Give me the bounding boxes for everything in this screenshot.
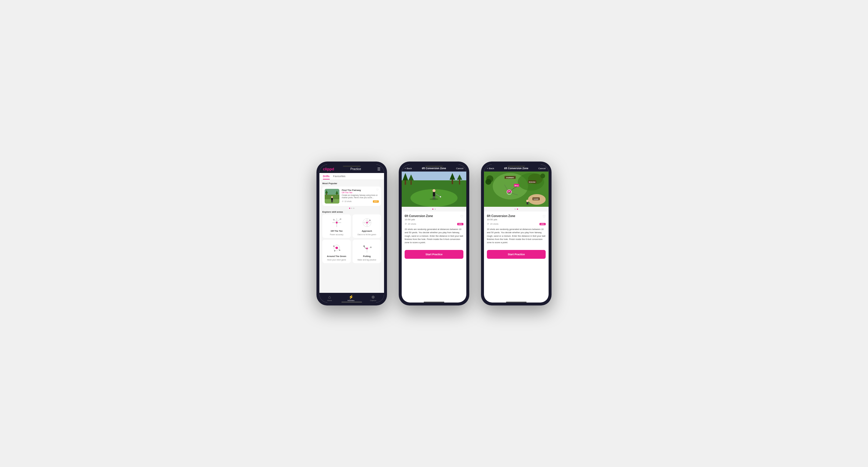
drill-info: Find The Fairway Off The Tee Create an i… <box>342 189 379 203</box>
most-popular-label: Most Popular <box>322 182 381 185</box>
carousel-dots <box>322 208 381 209</box>
p3-drill-title: 6ft Conversion Zone <box>487 214 516 218</box>
phone-1: clippd Practice ☰ Drills Favourites Most… <box>316 162 387 305</box>
p3-fav-icon[interactable]: ♡ <box>542 214 546 219</box>
skill-desc-atg: Hone your short game <box>327 259 346 261</box>
nav-capture[interactable]: ⊕ Capture <box>370 295 376 301</box>
phone-2: < Back 6ft Conversion Zone Cancel <box>399 162 469 305</box>
start-practice-button-2[interactable]: Start Practice <box>405 250 463 259</box>
dot-2[interactable] <box>351 208 352 209</box>
p2-shots: ⏱ 20 shots <box>405 223 416 225</box>
svg-point-32 <box>334 250 335 252</box>
menu-icon[interactable]: ☰ <box>377 167 380 171</box>
p2-description: 20 shots are randomly generated at dista… <box>405 228 463 244</box>
dot-3-2[interactable] <box>517 208 518 210</box>
phone1-content: Most Popular <box>319 180 384 293</box>
nav-home[interactable]: ⌂ Home <box>327 295 332 301</box>
favourite-icon[interactable]: ♡ <box>376 188 379 192</box>
phone1-header: clippd Practice ☰ <box>319 165 384 173</box>
phone3-header-title: 6ft Conversion Zone <box>504 167 528 170</box>
p3-drill-range: 10-50 yds <box>487 218 516 221</box>
carousel-dots-2 <box>402 207 466 211</box>
back-button[interactable]: < Back <box>405 167 412 170</box>
phone3-cancel-button[interactable]: Cancel <box>538 167 546 170</box>
p2-drill-range: 10-50 yds <box>405 218 433 221</box>
svg-text:Miss: Miss <box>515 185 519 187</box>
svg-rect-10 <box>332 200 333 202</box>
skill-card-putting[interactable]: Putting Make and lag practice <box>352 240 381 263</box>
svg-point-12 <box>336 222 338 224</box>
p3-shots: ⏱ 20 shots <box>487 223 498 225</box>
phone2-header-title: 6ft Conversion Zone <box>422 167 446 170</box>
p2-drill-title: 6ft Conversion Zone <box>405 214 433 218</box>
svg-point-7 <box>331 196 333 198</box>
skill-desc-ott: Power accuracy <box>330 234 343 236</box>
phone2-header: < Back 6ft Conversion Zone Cancel <box>402 165 466 171</box>
nav-capture-label: Capture <box>370 300 376 301</box>
p2-drill-meta: ⏱ 20 shots ARG <box>405 223 463 225</box>
svg-rect-8 <box>331 198 333 200</box>
svg-point-54 <box>430 198 438 200</box>
svg-rect-74 <box>527 202 528 204</box>
bottom-nav: ⌂ Home ⚡ Activities ⊕ Capture <box>319 293 384 302</box>
svg-point-48 <box>433 189 435 192</box>
off-the-tee-icon <box>330 217 344 229</box>
p2-info-section: 6ft Conversion Zone 10-50 yds ♡ ⏱ 20 sho… <box>402 211 466 247</box>
svg-point-61 <box>486 179 491 185</box>
dot-1[interactable] <box>349 208 350 209</box>
map-image: FAIRWAY ROUGH SAND Hit Miss <box>484 171 549 207</box>
skill-card-around-green[interactable]: Around The Green Hone your short game <box>322 240 351 263</box>
clock-icon-2: ⏱ <box>405 223 407 225</box>
clock-icon: ⏱ <box>342 200 344 202</box>
header-title: Practice <box>350 167 361 171</box>
tab-favourites[interactable]: Favourites <box>333 175 346 179</box>
svg-rect-49 <box>433 192 435 196</box>
p2-fav-icon[interactable]: ♡ <box>460 214 463 219</box>
explore-label: Explore skill areas <box>322 210 381 213</box>
drill-meta: ⏱ 10 shots OTT <box>342 200 379 203</box>
svg-point-53 <box>440 196 441 197</box>
drill-shots: ⏱ 10 shots <box>342 200 352 202</box>
tab-drills[interactable]: Drills <box>323 175 330 179</box>
badge-ott: OTT <box>373 200 379 203</box>
app-logo: clippd <box>323 167 334 171</box>
skill-desc-approach: Dial-in to hit the green <box>358 234 376 236</box>
nav-activities-label: Activities <box>347 300 354 301</box>
nav-activities[interactable]: ⚡ Activities <box>347 295 354 301</box>
dot-2-2[interactable] <box>435 208 436 210</box>
p3-description: 20 shots are randomly generated at dista… <box>487 228 546 244</box>
nav-home-label: Home <box>327 300 332 301</box>
skill-desc-putting: Make and lag practice <box>358 259 376 261</box>
tab-bar: Drills Favourites <box>319 173 384 180</box>
p3-drill-meta: ⏱ 20 shots ARG <box>487 223 546 225</box>
skill-grid: Off The Tee Power accuracy <box>322 214 381 263</box>
around-green-icon <box>330 242 344 254</box>
activities-icon: ⚡ <box>348 295 353 299</box>
carousel-dots-3 <box>484 207 549 211</box>
drill-thumbnail <box>325 189 339 204</box>
drill-image <box>402 171 466 207</box>
phone-3: < Back 6ft Conversion Zone Cancel <box>481 162 552 305</box>
drill-description: Create an imaginary fairway using trees … <box>342 194 379 199</box>
dot-3-1[interactable] <box>515 208 516 210</box>
cancel-button[interactable]: Cancel <box>456 167 463 170</box>
dot-3[interactable] <box>353 208 354 209</box>
phone-3-screen: < Back 6ft Conversion Zone Cancel <box>484 165 549 302</box>
drill-card-find-fairway[interactable]: Find The Fairway Off The Tee Create an i… <box>322 187 381 206</box>
approach-icon <box>360 217 374 229</box>
svg-text:SAND: SAND <box>533 198 538 200</box>
skill-name-ott: Off The Tee <box>331 230 343 232</box>
phone-2-screen: < Back 6ft Conversion Zone Cancel <box>402 165 466 302</box>
start-practice-button-3[interactable]: Start Practice <box>487 250 546 259</box>
phone-1-screen: clippd Practice ☰ Drills Favourites Most… <box>319 165 384 302</box>
skill-name-putting: Putting <box>363 255 371 258</box>
phone3-back-button[interactable]: < Back <box>487 167 494 170</box>
dot-2-1[interactable] <box>432 208 433 210</box>
putting-icon <box>360 242 374 254</box>
home-icon: ⌂ <box>328 295 331 299</box>
clock-icon-3: ⏱ <box>487 223 489 225</box>
p3-info-section: 6ft Conversion Zone 10-50 yds ♡ ⏱ 20 sho… <box>484 211 549 247</box>
skill-card-off-the-tee[interactable]: Off The Tee Power accuracy <box>322 214 351 238</box>
svg-point-62 <box>540 174 545 178</box>
skill-card-approach[interactable]: Approach Dial-in to hit the green <box>352 214 381 238</box>
